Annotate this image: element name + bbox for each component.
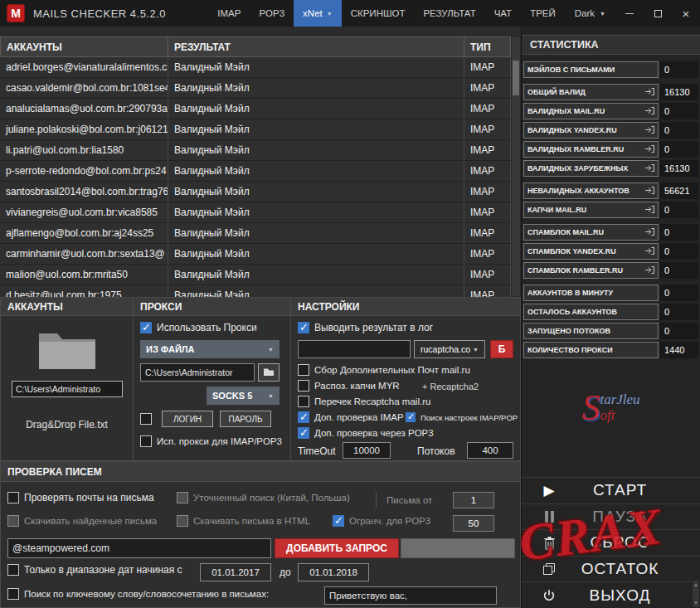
table-row[interactable]: carminhamir@uol.com.br:sexta13@Валидный … — [0, 244, 511, 265]
table-row[interactable]: vivianegreis@uol.com.br:vica8585Валидный… — [0, 202, 511, 223]
reset-button[interactable]: СБРОС — [522, 529, 700, 556]
accounts-dropzone[interactable]: C:\Users\Administrato Drag&Drop File.txt — [1, 316, 133, 460]
checkbox[interactable] — [7, 564, 19, 576]
add-query-button[interactable]: ДОБАВИТЬ ЗАПРОС — [275, 538, 399, 558]
folder-icon — [37, 328, 97, 374]
keyword-search-checkbox[interactable]: Поиск по ключевому слову/словосочетанию … — [7, 588, 269, 600]
search-query-input[interactable] — [7, 538, 271, 558]
stat-row: СПАМБЛОК MAIL.RU0 — [523, 224, 698, 241]
scroll-down-icon: ▼ — [693, 601, 698, 606]
checkbox[interactable] — [140, 435, 152, 447]
proxy-type-dropdown[interactable]: SOCKS 5 ▼ — [207, 387, 280, 405]
captcha-key-input[interactable] — [298, 340, 411, 358]
account-cell: d.besitz@uol.com.br:1975 — [0, 285, 168, 297]
menu-item-label: ЧАТ — [494, 8, 512, 18]
menu-item-результат[interactable]: РЕЗУЛЬТАТ — [414, 0, 484, 27]
checkbox[interactable] — [7, 515, 19, 527]
table-row[interactable]: malion@uol.com.br:mrita50Валидный МэйлIM… — [0, 265, 511, 285]
recognize-captcha-checkbox[interactable]: Распоз. капчи MYR — [298, 380, 400, 392]
checkbox[interactable] — [298, 411, 309, 423]
proxy-password-button[interactable]: ПАРОЛЬ — [220, 411, 271, 427]
pop3-check-checkbox[interactable]: Доп. проверка через POP3 — [298, 427, 434, 439]
menu-item-скриншот[interactable]: СКРИНШОТ — [342, 0, 415, 27]
table-row[interactable]: santosbrasil2014@bol.com.br:trag76Валидн… — [0, 182, 511, 202]
table-row[interactable]: casao.valdemir@bol.com.br:1081se4Валидны… — [0, 78, 511, 99]
column-header-result[interactable]: РЕЗУЛЬТАТ — [168, 36, 464, 57]
stat-value: 16130 — [660, 160, 698, 177]
checkbox[interactable] — [298, 396, 309, 407]
column-header-accounts[interactable]: АККАУНТЫ — [0, 36, 168, 57]
stat-label-text: МЭЙЛОВ С ПИСЬМАМИ — [527, 66, 615, 74]
export-icon — [645, 126, 654, 135]
proxy-source-dropdown[interactable]: ИЗ ФАЙЛА ▼ — [140, 340, 280, 358]
maximize-button[interactable] — [644, 0, 672, 27]
proxy-login-button[interactable]: ЛОГИН — [162, 411, 213, 427]
table-row[interactable]: adriel.borges@vianaturalalimentos.cВалид… — [0, 57, 511, 78]
checkbox[interactable] — [298, 380, 309, 392]
proxy-auth-checkbox[interactable] — [140, 413, 152, 425]
download-html-checkbox[interactable]: Скачивать письма в HTML — [177, 515, 310, 527]
pause-button[interactable]: ПАУЗА — [522, 503, 700, 530]
close-button[interactable]: × — [672, 0, 700, 27]
menu-item-xnet[interactable]: xNet▼ — [294, 0, 342, 27]
captcha-service-dropdown[interactable]: rucaptcha.co ▼ — [414, 340, 485, 358]
date-to-input[interactable] — [298, 563, 369, 581]
keyword-input[interactable] — [324, 586, 497, 605]
log-output-checkbox[interactable]: Выводить результат в лог — [298, 322, 433, 333]
table-row[interactable]: juliane.polakoski@bol.com.br:j06121Валид… — [0, 119, 511, 140]
checkbox-label: Доп. проверка через POP3 — [314, 428, 434, 438]
pop3-limit-checkbox[interactable]: Огранч. для POP3 — [333, 515, 430, 527]
start-button[interactable]: ▶ СТАРТ — [522, 477, 700, 503]
column-header-type[interactable]: ТИП — [464, 36, 511, 57]
exit-button[interactable]: ВЫХОД — [522, 581, 700, 608]
check-mails-checkbox[interactable]: Проверять почты на письма — [7, 492, 154, 503]
accounts-file-path[interactable]: C:\Users\Administrato — [12, 381, 123, 397]
remainder-button[interactable]: ОСТАТОК — [522, 556, 700, 582]
date-range-checkbox[interactable]: Только в диапазоне дат начиная с — [7, 564, 182, 576]
date-from-input[interactable] — [200, 563, 271, 581]
download-mails-checkbox[interactable]: Скачивать найденные письма — [7, 515, 157, 527]
imap-settings-checkbox[interactable]: Поиск настроек IMAP/POP — [406, 412, 518, 422]
checkbox[interactable] — [140, 322, 152, 333]
proxy-browse-button[interactable] — [258, 363, 280, 382]
checkbox[interactable] — [7, 588, 19, 600]
checkbox-label: Распоз. капчи MYR — [314, 381, 400, 391]
refined-search-checkbox[interactable]: Уточненный поиск (Китай, Польша) — [177, 492, 350, 503]
letters-from-input[interactable] — [453, 492, 494, 508]
checkbox[interactable] — [298, 427, 309, 439]
scrollbar-thumb[interactable] — [513, 61, 519, 95]
table-row[interactable]: li.patri@uol.com.br:lia1580Валидный Мэйл… — [0, 140, 511, 161]
table-row[interactable]: analucialamas@uol.com.br:290793alВалидны… — [0, 99, 511, 119]
theme-selector[interactable]: Dark ▼ — [565, 0, 615, 27]
imap-check-checkbox[interactable]: Доп. проверка IMAP — [298, 411, 404, 423]
pop3-limit-input[interactable] — [453, 515, 494, 532]
checkbox[interactable] — [7, 492, 19, 503]
checkbox[interactable] — [140, 413, 152, 425]
timeout-input[interactable] — [343, 442, 391, 459]
checkbox[interactable] — [298, 364, 309, 376]
checkbox[interactable] — [177, 515, 188, 527]
mini-scrollbar[interactable]: ▲ ▼ — [692, 580, 700, 608]
minimize-button[interactable] — [615, 0, 644, 27]
checkbox[interactable] — [298, 322, 309, 333]
recheck-recaptcha-checkbox[interactable]: Перечек Recaptcha mail.ru — [298, 396, 430, 407]
use-proxy-checkbox[interactable]: Использовать Прокси — [140, 322, 257, 333]
table-row[interactable]: p-serrote-redondo@bol.com.br:ps24Валидны… — [0, 161, 511, 182]
checkbox[interactable] — [406, 412, 416, 422]
balance-button[interactable]: Б — [490, 340, 513, 358]
proxy-path-input[interactable] — [140, 363, 255, 382]
menu-item-pop3[interactable]: POP3 — [250, 0, 294, 27]
checkbox[interactable] — [177, 492, 188, 503]
table-row[interactable]: d.besitz@uol.com.br:1975Валидный МэйлIMA… — [0, 285, 511, 297]
menu-item-imap[interactable]: IMAP — [208, 0, 250, 27]
menu-item-трей[interactable]: ТРЕЙ — [521, 0, 565, 27]
threads-input[interactable] — [467, 442, 513, 459]
table-row[interactable]: ajflamengo@bol.com.br:aj24ss25Валидный М… — [0, 223, 511, 244]
menu-item-чат[interactable]: ЧАТ — [485, 0, 521, 27]
proxy-use-for-checkbox[interactable]: Исп. прокси для IMAP/POP3 — [140, 435, 282, 447]
table-scrollbar[interactable] — [511, 36, 521, 297]
timeout-label: TimeOut — [298, 445, 336, 457]
stat-label-text: АККАУНТОВ В МИНУТУ — [527, 289, 613, 297]
checkbox[interactable] — [333, 515, 344, 527]
collect-extra-mails-checkbox[interactable]: Сбор Дополнительных Почт mail.ru — [298, 364, 470, 376]
